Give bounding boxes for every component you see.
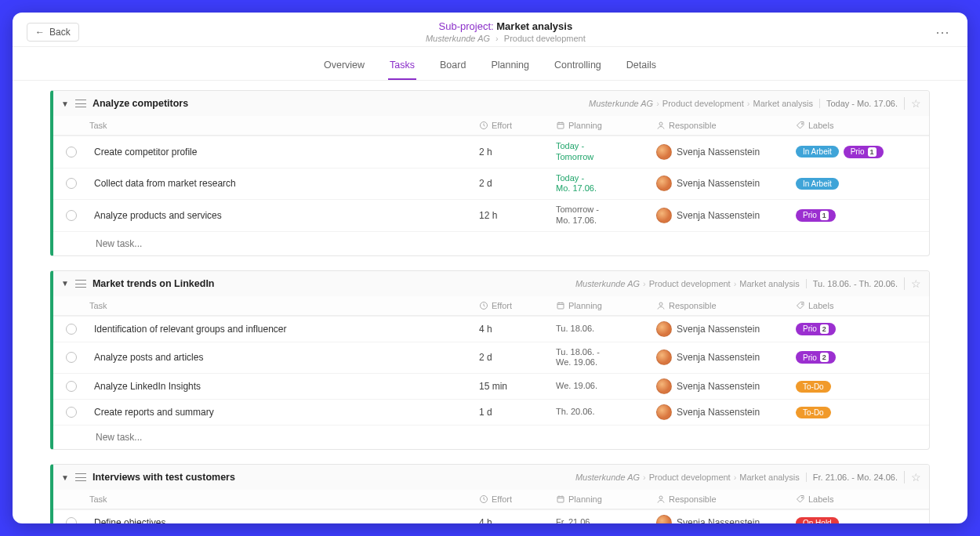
task-complete-checkbox[interactable] bbox=[66, 178, 77, 189]
crumb-org[interactable]: Musterkunde AG bbox=[575, 279, 640, 288]
task-name[interactable]: Create competitor profile bbox=[94, 147, 473, 158]
task-label[interactable]: In Arbeit bbox=[796, 178, 839, 190]
tab-overview[interactable]: Overview bbox=[322, 55, 366, 80]
table-row[interactable]: Create competitor profile2 hToday -Tomor… bbox=[53, 136, 929, 168]
table-row[interactable]: Create reports and summary1 dTh. 20.06.S… bbox=[53, 399, 929, 425]
chevron-right-icon: › bbox=[643, 279, 646, 288]
collapse-toggle[interactable]: ▼ bbox=[61, 100, 69, 108]
task-responsible[interactable]: Svenja Nassenstein bbox=[656, 349, 789, 365]
task-section: ▼Market trends on LinkedInMusterkunde AG… bbox=[50, 270, 930, 451]
task-label[interactable]: In Arbeit bbox=[796, 146, 839, 158]
task-name[interactable]: Collect data from market research bbox=[94, 178, 473, 189]
task-label[interactable]: Prio1 bbox=[796, 209, 836, 222]
task-name[interactable]: Analyze LinkedIn Insights bbox=[94, 381, 473, 392]
task-complete-checkbox[interactable] bbox=[66, 407, 77, 418]
task-complete-checkbox[interactable] bbox=[66, 381, 77, 392]
task-name[interactable]: Create reports and summary bbox=[94, 407, 473, 418]
collapse-toggle[interactable]: ▼ bbox=[61, 279, 69, 288]
tab-planning[interactable]: Planning bbox=[489, 55, 531, 80]
chevron-right-icon: › bbox=[656, 99, 659, 108]
section-title[interactable]: Analyze competitors bbox=[93, 98, 188, 109]
favorite-star-icon[interactable]: ☆ bbox=[904, 277, 921, 290]
crumb-project[interactable]: Product development bbox=[649, 473, 731, 482]
responsible-name: Svenja Nassenstein bbox=[677, 324, 760, 335]
task-complete-checkbox[interactable] bbox=[66, 517, 77, 523]
responsible-name: Svenja Nassenstein bbox=[677, 407, 760, 418]
task-complete-checkbox[interactable] bbox=[66, 210, 77, 221]
list-icon bbox=[75, 473, 86, 481]
table-row[interactable]: Identification of relevant groups and in… bbox=[53, 316, 929, 342]
table-row[interactable]: Analyze posts and articles2 dTu. 18.06. … bbox=[53, 342, 929, 374]
chevron-right-icon: › bbox=[643, 473, 646, 482]
section-date-range: Fr. 21.06. - Mo. 24.06. bbox=[806, 473, 898, 482]
col-planning: Planning bbox=[556, 121, 650, 130]
task-name[interactable]: Analyze posts and articles bbox=[94, 352, 473, 363]
section-header: ▼Analyze competitorsMusterkunde AG›Produ… bbox=[53, 91, 929, 116]
avatar bbox=[656, 208, 672, 223]
section-date-range: Tu. 18.06. - Th. 20.06. bbox=[806, 279, 898, 288]
col-task: Task bbox=[66, 121, 473, 130]
label-badge: 1 bbox=[868, 147, 877, 157]
chevron-right-icon: › bbox=[734, 279, 737, 288]
title-block: Sub-project: Market analysis Musterkunde… bbox=[79, 20, 932, 43]
back-button[interactable]: ← Back bbox=[27, 23, 79, 42]
tab-controlling[interactable]: Controlling bbox=[553, 55, 603, 80]
task-responsible[interactable]: Svenja Nassenstein bbox=[656, 515, 789, 523]
collapse-toggle[interactable]: ▼ bbox=[61, 473, 69, 482]
table-row[interactable]: Analyze LinkedIn Insights15 minWe. 19.06… bbox=[53, 373, 929, 399]
tab-details[interactable]: Details bbox=[625, 55, 658, 80]
task-label[interactable]: Prio1 bbox=[844, 146, 884, 158]
task-responsible[interactable]: Svenja Nassenstein bbox=[656, 176, 789, 191]
col-responsible: Responsible bbox=[656, 121, 789, 130]
col-planning: Planning bbox=[556, 494, 650, 504]
tab-board[interactable]: Board bbox=[438, 55, 467, 80]
task-label[interactable]: Prio2 bbox=[796, 323, 836, 335]
section-title[interactable]: Interviews with test customers bbox=[93, 472, 235, 483]
task-responsible[interactable]: Svenja Nassenstein bbox=[656, 404, 789, 420]
task-name[interactable]: Identification of relevant groups and in… bbox=[94, 324, 473, 335]
section-header: ▼Market trends on LinkedInMusterkunde AG… bbox=[53, 271, 929, 296]
crumb-subproject[interactable]: Market analysis bbox=[753, 99, 812, 108]
chevron-right-icon: › bbox=[747, 99, 750, 108]
table-row[interactable]: Collect data from market research2 dToda… bbox=[53, 168, 929, 200]
crumb-project[interactable]: Product development bbox=[649, 279, 731, 288]
crumb-project[interactable]: Product development bbox=[662, 99, 744, 108]
section-title[interactable]: Market trends on LinkedIn bbox=[93, 278, 215, 289]
avatar bbox=[656, 378, 672, 394]
task-label[interactable]: To-Do bbox=[796, 381, 831, 393]
task-name[interactable]: Define objectives bbox=[94, 517, 473, 523]
task-responsible[interactable]: Svenja Nassenstein bbox=[656, 208, 789, 223]
crumb-org[interactable]: Musterkunde AG bbox=[426, 34, 490, 43]
table-row[interactable]: Analyze products and services12 hTomorro… bbox=[53, 199, 929, 231]
crumb-org[interactable]: Musterkunde AG bbox=[575, 473, 640, 482]
task-planning: Tomorrow -Mo. 17.06. bbox=[556, 205, 650, 226]
tab-tasks[interactable]: Tasks bbox=[388, 55, 416, 80]
task-label[interactable]: On Hold bbox=[796, 517, 839, 524]
svg-point-10 bbox=[659, 496, 662, 499]
favorite-star-icon[interactable]: ☆ bbox=[904, 97, 921, 110]
task-planning: Tu. 18.06. bbox=[556, 324, 650, 335]
task-responsible[interactable]: Svenja Nassenstein bbox=[656, 144, 789, 160]
crumb-org[interactable]: Musterkunde AG bbox=[589, 99, 653, 108]
task-complete-checkbox[interactable] bbox=[66, 324, 77, 335]
task-complete-checkbox[interactable] bbox=[66, 147, 77, 158]
task-label[interactable]: To-Do bbox=[796, 407, 831, 418]
more-button[interactable]: ⋯ bbox=[932, 24, 953, 41]
task-complete-checkbox[interactable] bbox=[66, 352, 77, 363]
crumb-subproject[interactable]: Market analysis bbox=[739, 279, 799, 288]
task-effort: 12 h bbox=[479, 210, 550, 221]
new-task-input[interactable] bbox=[96, 238, 252, 249]
task-effort: 2 h bbox=[479, 147, 550, 158]
task-responsible[interactable]: Svenja Nassenstein bbox=[656, 378, 789, 394]
crumb-project[interactable]: Product development bbox=[504, 34, 586, 43]
crumb-subproject[interactable]: Market analysis bbox=[739, 473, 799, 482]
new-task-input[interactable] bbox=[96, 432, 252, 443]
favorite-star-icon[interactable]: ☆ bbox=[904, 471, 921, 483]
task-name[interactable]: Analyze products and services bbox=[94, 210, 473, 221]
table-row[interactable]: Define objectives4 hFr. 21.06.Svenja Nas… bbox=[53, 509, 929, 523]
task-label[interactable]: Prio2 bbox=[796, 351, 836, 364]
responsible-name: Svenja Nassenstein bbox=[677, 178, 760, 189]
svg-rect-5 bbox=[557, 302, 564, 309]
list-icon bbox=[75, 280, 86, 288]
task-responsible[interactable]: Svenja Nassenstein bbox=[656, 321, 789, 337]
